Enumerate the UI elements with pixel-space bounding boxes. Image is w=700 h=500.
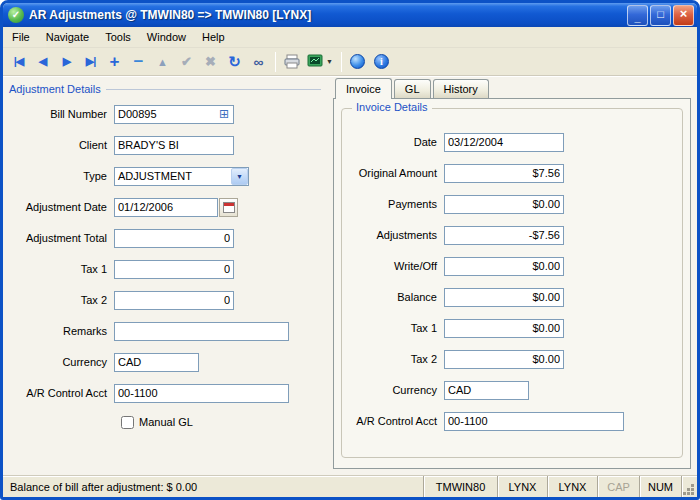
writeoff-row: Write/Off <box>346 256 672 276</box>
balance-row: Balance <box>346 287 672 307</box>
client-area: Adjustment Details Bill Number ⊞ Client … <box>3 76 697 475</box>
adjustment-details-header: Adjustment Details <box>9 83 321 95</box>
tax2-label: Tax 2 <box>9 294 114 306</box>
invoice-tax2-input[interactable] <box>444 350 564 369</box>
adjustment-details-title: Adjustment Details <box>9 83 101 95</box>
move-up-button[interactable]: ▲ <box>151 50 174 73</box>
manual-gl-checkbox[interactable] <box>121 416 134 429</box>
adjustment-date-input[interactable] <box>114 198 218 217</box>
app-window: ✓ AR Adjustments @ TMWIN80 => TMWIN80 [L… <box>0 0 700 500</box>
payments-row: Payments <box>346 194 672 214</box>
maximize-button[interactable]: □ <box>650 5 671 26</box>
bill-number-lookup-button[interactable]: ⊞ <box>216 107 232 122</box>
menu-window[interactable]: Window <box>139 28 194 46</box>
menu-file[interactable]: File <box>4 28 38 46</box>
adjustments-input[interactable] <box>444 226 564 245</box>
adjustment-total-input[interactable] <box>114 229 234 248</box>
help-globe-button[interactable] <box>346 50 369 73</box>
globe-icon <box>350 54 365 69</box>
status-panel-numlock: NUM <box>639 476 681 497</box>
menu-tools[interactable]: Tools <box>97 28 139 46</box>
glasses-icon: ∞ <box>254 54 264 70</box>
tab-strip: Invoice GL History <box>333 79 691 99</box>
menu-navigate[interactable]: Navigate <box>38 28 97 46</box>
original-amount-input[interactable] <box>444 164 564 183</box>
invoice-tax1-input[interactable] <box>444 319 564 338</box>
maximize-icon: □ <box>657 8 664 20</box>
info-button[interactable]: i <box>370 50 393 73</box>
status-message: Balance of bill after adjustment: $ 0.00 <box>3 476 423 497</box>
last-record-button[interactable]: ▶| <box>79 50 102 73</box>
remarks-input[interactable] <box>114 322 289 341</box>
currency-label: Currency <box>9 356 114 368</box>
invoice-ar-control-input[interactable] <box>444 412 624 431</box>
tab-invoice[interactable]: Invoice <box>335 78 392 99</box>
calendar-button[interactable] <box>219 198 238 217</box>
invoice-date-label: Date <box>346 136 444 148</box>
client-input[interactable] <box>114 136 234 155</box>
invoice-tax2-row: Tax 2 <box>346 349 672 369</box>
cancel-button[interactable]: ✖ <box>199 50 222 73</box>
invoice-date-input[interactable] <box>444 133 564 152</box>
invoice-currency-input[interactable] <box>444 381 529 400</box>
remarks-row: Remarks <box>9 321 321 341</box>
balance-input[interactable] <box>444 288 564 307</box>
next-record-button[interactable]: ▶ <box>55 50 78 73</box>
tax2-input[interactable] <box>114 291 234 310</box>
close-button[interactable]: × <box>673 5 694 26</box>
client-row: Client <box>9 135 321 155</box>
tab-history[interactable]: History <box>433 79 489 98</box>
save-button[interactable]: ✔ <box>175 50 198 73</box>
title-bar[interactable]: ✓ AR Adjustments @ TMWIN80 => TMWIN80 [L… <box>3 3 697 27</box>
adjustment-date-row: Adjustment Date <box>9 197 321 217</box>
previous-record-icon: ◀ <box>39 55 46 68</box>
original-amount-row: Original Amount <box>346 163 672 183</box>
print-button[interactable] <box>280 50 303 73</box>
info-icon: i <box>374 54 389 69</box>
tax1-label: Tax 1 <box>9 263 114 275</box>
type-select[interactable]: ADJUSTMENT ▼ <box>114 167 249 186</box>
invoice-tax2-label: Tax 2 <box>346 353 444 365</box>
first-record-button[interactable]: |◀ <box>7 50 30 73</box>
resize-grip[interactable] <box>681 476 697 497</box>
window-title: AR Adjustments @ TMWIN80 => TMWIN80 [LYN… <box>29 8 625 22</box>
invoice-ar-control-label: A/R Control Acct <box>346 415 444 427</box>
refresh-button[interactable]: ↻ <box>223 50 246 73</box>
payments-label: Payments <box>346 198 444 210</box>
status-bar: Balance of bill after adjustment: $ 0.00… <box>3 475 697 497</box>
chevron-down-icon[interactable]: ▼ <box>231 168 248 185</box>
invoice-details-title: Invoice Details <box>352 101 432 113</box>
x-icon: ✖ <box>205 54 216 69</box>
refresh-icon: ↻ <box>228 53 241 71</box>
tab-gl[interactable]: GL <box>394 79 431 98</box>
bill-number-wrap: ⊞ <box>114 105 234 124</box>
minimize-button[interactable]: _ <box>627 5 648 26</box>
invoice-tax1-row: Tax 1 <box>346 318 672 338</box>
adjustment-date-label: Adjustment Date <box>9 201 114 213</box>
find-button[interactable]: ∞ <box>247 50 270 73</box>
bill-number-label: Bill Number <box>9 108 114 120</box>
payments-input[interactable] <box>444 195 564 214</box>
invoice-currency-row: Currency <box>346 380 672 400</box>
currency-row: Currency <box>9 352 321 372</box>
type-label: Type <box>9 170 114 182</box>
invoice-ar-control-row: A/R Control Acct <box>346 411 672 431</box>
delete-record-button[interactable]: − <box>127 50 150 73</box>
first-record-icon: |◀ <box>14 55 24 68</box>
menu-help[interactable]: Help <box>194 28 233 46</box>
currency-input[interactable] <box>114 353 199 372</box>
bill-number-row: Bill Number ⊞ <box>9 104 321 124</box>
chevron-down-icon: ▼ <box>326 58 333 65</box>
ar-control-input[interactable] <box>114 384 289 403</box>
printer-icon <box>284 54 300 70</box>
minus-icon: − <box>134 52 144 72</box>
status-panel-user: LYNX <box>547 476 597 497</box>
writeoff-input[interactable] <box>444 257 564 276</box>
type-row: Type ADJUSTMENT ▼ <box>9 166 321 186</box>
export-view-button[interactable]: ▼ <box>304 50 336 73</box>
status-panel-company: LYNX <box>497 476 547 497</box>
balance-label: Balance <box>346 291 444 303</box>
tax1-input[interactable] <box>114 260 234 279</box>
add-record-button[interactable]: + <box>103 50 126 73</box>
previous-record-button[interactable]: ◀ <box>31 50 54 73</box>
